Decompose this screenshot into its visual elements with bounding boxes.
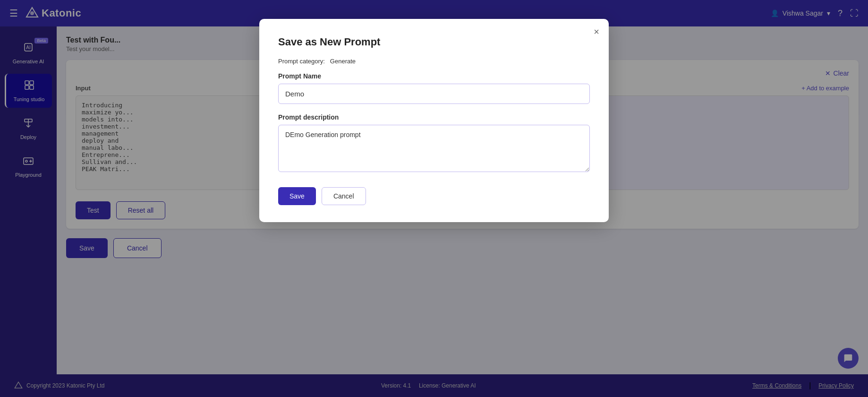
modal-cancel-button[interactable]: Cancel [322, 187, 366, 205]
prompt-description-textarea[interactable]: DEmo Generation prompt [278, 125, 590, 172]
modal-title: Save as New Prompt [278, 36, 590, 48]
category-label: Prompt category: [278, 58, 325, 65]
prompt-description-label: Prompt description [278, 113, 590, 121]
modal-actions: Save Cancel [278, 187, 590, 205]
modal-category: Prompt category: Generate [278, 58, 590, 65]
modal-save-button[interactable]: Save [278, 187, 316, 205]
prompt-name-label: Prompt Name [278, 72, 590, 80]
modal-overlay: × Save as New Prompt Prompt category: Ge… [0, 0, 868, 397]
prompt-name-input[interactable] [278, 84, 590, 104]
modal-close-button[interactable]: × [594, 26, 599, 37]
modal: × Save as New Prompt Prompt category: Ge… [259, 19, 609, 222]
category-value: Generate [330, 58, 356, 65]
